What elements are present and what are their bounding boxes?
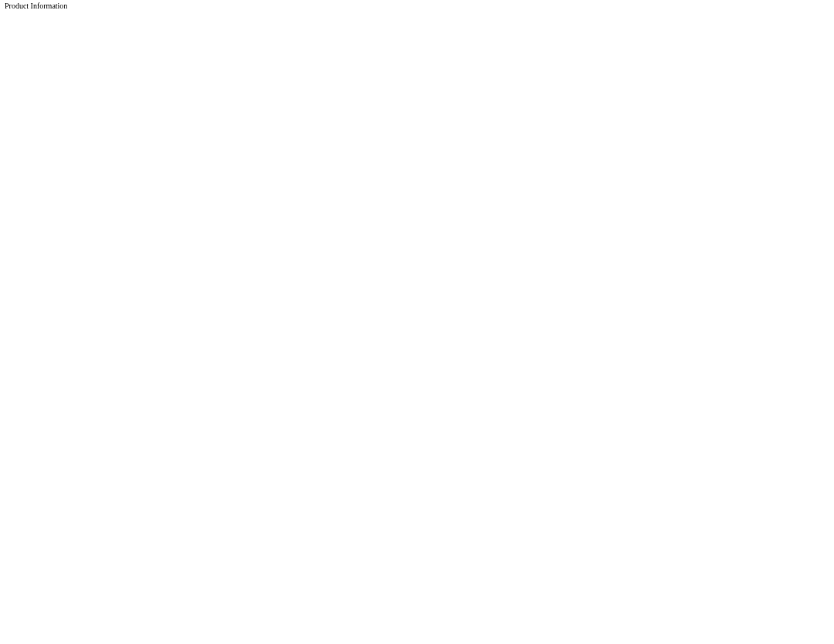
window-title: Product Information: [0, 0, 834, 12]
